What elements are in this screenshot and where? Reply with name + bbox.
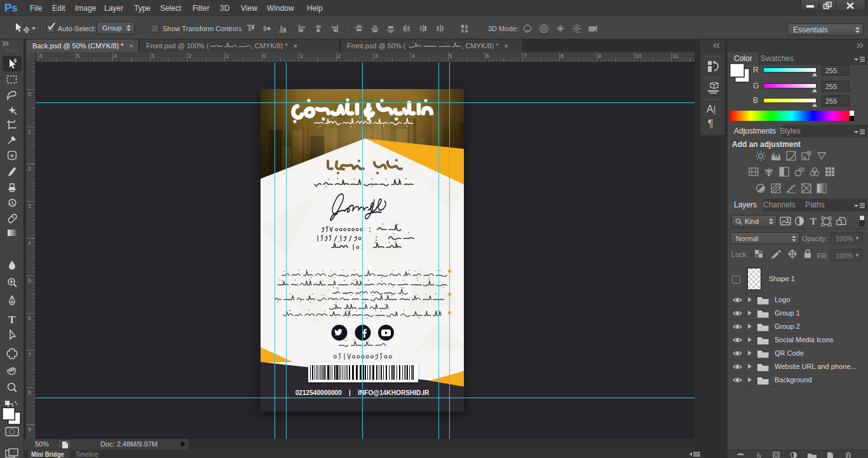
- svg-text:fx: fx: [757, 452, 762, 458]
- svg-text:T: T: [8, 314, 16, 326]
- svg-text:T: T: [810, 216, 817, 226]
